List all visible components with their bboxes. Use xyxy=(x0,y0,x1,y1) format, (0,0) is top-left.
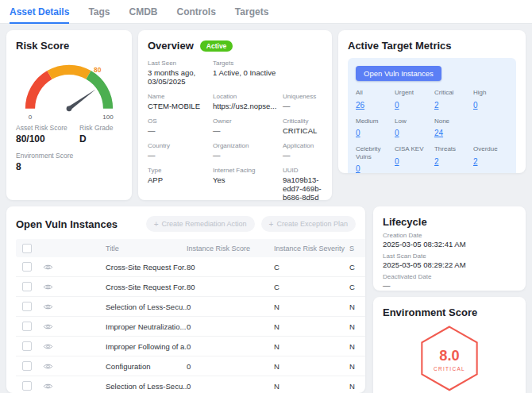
vuln-severity: N xyxy=(274,342,349,351)
tab-tags[interactable]: Tags xyxy=(88,0,110,24)
metric-medium-link[interactable]: 0 xyxy=(356,129,360,137)
metric-threats: Threats 2 xyxy=(434,145,469,173)
status-badge: Active xyxy=(200,40,233,52)
metric-low-link[interactable]: 0 xyxy=(395,129,399,137)
tab-asset-details[interactable]: Asset Details xyxy=(10,0,69,24)
environment-score-title: Environment Score xyxy=(383,306,516,318)
metric-spacer xyxy=(473,118,508,140)
field-country: Country — xyxy=(148,142,208,160)
row-checkbox[interactable] xyxy=(22,341,32,351)
field-last-seen: Last Seen 3 months ago, 03/05/2025 xyxy=(148,60,208,86)
tab-cmdb[interactable]: CMDB xyxy=(129,0,158,24)
column-title: Title xyxy=(62,245,187,252)
asset-risk-score: Asset Risk Score 80/100 xyxy=(16,124,79,144)
row-checkbox[interactable] xyxy=(22,282,32,291)
metric-celebrity-vulns-link[interactable]: 0 xyxy=(356,164,360,173)
table-row[interactable]: Cross-Site Request For... 80 C C xyxy=(16,277,365,297)
vuln-extra: C xyxy=(349,283,365,291)
metric-all-link[interactable]: 26 xyxy=(356,101,364,110)
metric-overdue: Overdue 2 xyxy=(473,145,508,173)
eye-icon[interactable] xyxy=(43,262,53,272)
vuln-severity: N xyxy=(274,362,349,371)
vuln-score: 0 xyxy=(187,362,274,371)
environment-score-label: Environment Score xyxy=(16,152,122,160)
eye-icon[interactable] xyxy=(43,361,53,372)
risk-grade-value: D xyxy=(79,133,122,144)
vuln-severity: N xyxy=(274,322,349,331)
field-deactivated-date: Deactivated Date — xyxy=(383,273,516,290)
vuln-severity: C xyxy=(274,263,349,272)
vuln-extra: N xyxy=(349,382,365,391)
vuln-severity: C xyxy=(274,283,349,291)
table-row[interactable]: Improper Neutralizatio... 0 N N xyxy=(16,317,365,337)
table-row[interactable]: Configuration 0 N N xyxy=(16,356,365,376)
eye-icon[interactable] xyxy=(43,302,53,312)
metric-urgent: Urgent 0 xyxy=(395,89,430,111)
field-organization: Organization — xyxy=(213,142,278,160)
table-row[interactable]: Cross-Site Request For... 80 C C xyxy=(16,257,365,277)
metrics-panel: Open Vuln Instances All 26 Urgent 0 Crit… xyxy=(348,58,516,173)
table-row[interactable]: Selection of Less-Secu... 0 N N xyxy=(16,297,365,317)
eye-icon[interactable] xyxy=(43,381,53,391)
vuln-title: Improper Neutralizatio... xyxy=(62,322,187,331)
metric-none-link[interactable]: 24 xyxy=(434,129,443,137)
vuln-title: Improper Following of a... xyxy=(62,342,187,351)
vuln-severity: N xyxy=(274,302,349,311)
row-checkbox[interactable] xyxy=(22,302,32,311)
eye-icon[interactable] xyxy=(43,322,53,332)
eye-icon[interactable] xyxy=(43,341,53,352)
open-vuln-instances-card: Open Vuln Instances + Create Remediation… xyxy=(6,206,365,393)
row-checkbox[interactable] xyxy=(22,381,32,391)
row-checkbox[interactable] xyxy=(22,322,32,331)
environment-score-number: 8.0 xyxy=(439,348,459,364)
plus-icon: + xyxy=(154,221,159,228)
table-row[interactable]: Improper Following of a... 0 N N xyxy=(16,337,365,356)
tab-controls[interactable]: Controls xyxy=(177,0,216,24)
field-criticality: Criticality CRITICAL xyxy=(283,118,322,135)
vuln-table: Title Instance Risk Score Instance Risk … xyxy=(16,239,365,393)
column-instance-risk-severity: Instance Risk Severity xyxy=(274,245,349,252)
open-vuln-instances-button[interactable]: Open Vuln Instances xyxy=(356,66,441,81)
metric-low: Low 0 xyxy=(395,118,430,140)
metric-none: None 24 xyxy=(434,118,469,140)
metric-overdue-link[interactable]: 2 xyxy=(473,157,478,166)
metric-medium: Medium 0 xyxy=(356,118,391,140)
vuln-extra: C xyxy=(349,263,365,272)
field-uuid: UUID 9a109b13-edd7-469b-b686-8d5d1784c0e… xyxy=(283,167,322,200)
risk-grade-label: Risk Grade xyxy=(79,124,122,132)
create-exception-plan-button[interactable]: + Create Exception Plan xyxy=(261,216,356,232)
vuln-title: Configuration xyxy=(62,362,187,371)
row-checkbox[interactable] xyxy=(22,262,32,272)
row-checkbox[interactable] xyxy=(22,361,32,371)
field-location: Location https://us2.nopse... xyxy=(213,93,278,110)
table-header-row: Title Instance Risk Score Instance Risk … xyxy=(16,239,365,257)
metric-celebrity-vulns: Celebrity Vulns 0 xyxy=(356,145,391,173)
eye-icon[interactable] xyxy=(43,282,53,292)
column-clipped: S xyxy=(349,245,365,252)
vuln-score: 0 xyxy=(187,302,274,311)
metric-high-link[interactable]: 0 xyxy=(473,101,478,110)
metric-urgent-link[interactable]: 0 xyxy=(395,101,399,110)
lifecycle-card: Lifecycle Creation Date 2025-03-05 08:32… xyxy=(373,206,526,291)
open-vuln-instances-title: Open Vuln Instances xyxy=(16,218,118,230)
field-application: Application — xyxy=(283,142,322,160)
metric-cisa-kev: CISA KEV 0 xyxy=(395,145,430,173)
metric-threats-link[interactable]: 2 xyxy=(434,157,439,166)
vuln-score: 0 xyxy=(187,322,274,331)
metric-critical-link[interactable]: 2 xyxy=(434,101,439,110)
risk-score-card: Risk Score 80 0 100 Asset Risk Score 80/… xyxy=(6,30,132,200)
environment-score-hexagon: 8.0 CRITICAL xyxy=(408,323,491,393)
select-all-checkbox[interactable] xyxy=(22,244,32,253)
overview-fields: Last Seen 3 months ago, 03/05/2025 Targe… xyxy=(148,60,322,200)
create-remediation-action-button[interactable]: + Create Remediation Action xyxy=(146,216,255,232)
risk-score-title: Risk Score xyxy=(16,40,122,52)
vuln-title: Cross-Site Request For... xyxy=(62,283,187,291)
vuln-title: Selection of Less-Secu... xyxy=(62,382,187,391)
tab-targets[interactable]: Targets xyxy=(235,0,268,24)
vuln-score: 80 xyxy=(187,283,274,291)
field-targets: Targets 1 Active, 0 Inactive xyxy=(213,60,278,86)
risk-grade: Risk Grade D xyxy=(79,124,122,144)
table-row[interactable]: Selection of Less-Secu... 0 N N xyxy=(16,376,365,393)
metric-cisa-kev-link[interactable]: 0 xyxy=(395,157,399,166)
environment-score-value: 8 xyxy=(16,161,122,172)
